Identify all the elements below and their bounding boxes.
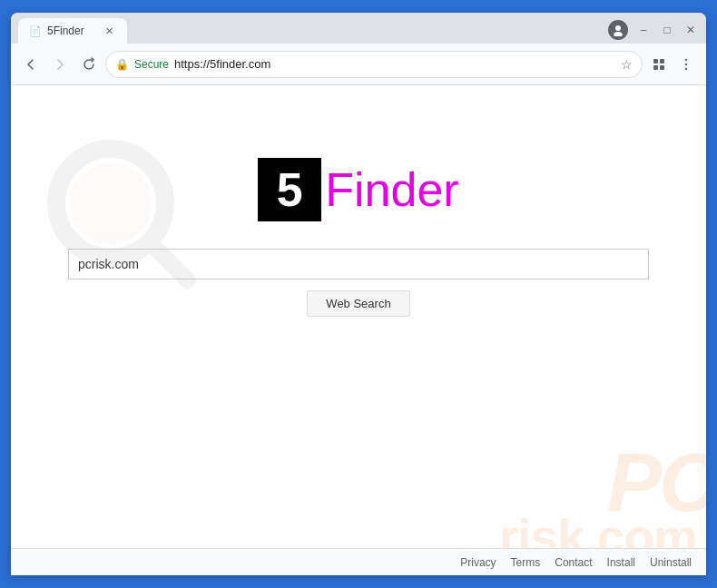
logo-number: 5: [258, 158, 321, 221]
address-bar[interactable]: 🔒 Secure https://5finder.com ☆: [105, 51, 643, 78]
nav-bar: 🔒 Secure https://5finder.com ☆: [11, 44, 706, 85]
logo-container: 5 Finder: [258, 158, 458, 221]
secure-icon: 🔒: [115, 58, 129, 71]
tab-area: 📄 5Finder ✕: [18, 18, 608, 44]
search-input[interactable]: [68, 249, 649, 279]
footer-privacy[interactable]: Privacy: [460, 556, 496, 569]
svg-point-6: [685, 58, 687, 60]
footer-terms[interactable]: Terms: [511, 556, 541, 569]
svg-rect-3: [660, 59, 664, 64]
forward-button[interactable]: [47, 52, 73, 77]
bookmark-icon[interactable]: ☆: [621, 57, 633, 72]
watermark-pc: PC: [607, 436, 706, 530]
footer-install[interactable]: Install: [607, 556, 635, 569]
tab-title: 5Finder: [47, 24, 96, 37]
svg-rect-5: [660, 65, 664, 70]
svg-point-8: [685, 67, 687, 69]
refresh-button[interactable]: [76, 52, 102, 77]
logo-text: Finder: [321, 162, 458, 217]
svg-point-1: [614, 32, 623, 36]
close-button[interactable]: ✕: [683, 22, 699, 38]
new-tab-area: [127, 18, 163, 44]
page-footer: Privacy Terms Contact Install Uninstall: [11, 548, 706, 575]
svg-point-0: [615, 25, 621, 31]
back-button[interactable]: [18, 52, 44, 77]
footer-uninstall[interactable]: Uninstall: [650, 556, 692, 569]
url-text: https://5finder.com: [174, 57, 615, 71]
window-controls: – □ ✕: [608, 20, 699, 44]
svg-point-9: [56, 149, 165, 258]
footer-contact[interactable]: Contact: [555, 556, 592, 569]
profile-icon[interactable]: [608, 20, 628, 40]
maximize-button[interactable]: □: [659, 22, 675, 38]
tab-close-button[interactable]: ✕: [102, 24, 116, 38]
browser-tab[interactable]: 📄 5Finder ✕: [18, 18, 127, 44]
search-button[interactable]: Web Search: [307, 290, 409, 317]
search-area: Web Search: [68, 249, 649, 317]
minimize-button[interactable]: –: [635, 22, 652, 38]
secure-label: Secure: [134, 58, 169, 71]
browser-window: 📄 5Finder ✕ – □ ✕: [11, 13, 706, 575]
nav-right-controls: [646, 52, 699, 77]
svg-rect-2: [653, 59, 658, 64]
extensions-button[interactable]: [646, 52, 672, 77]
menu-button[interactable]: [673, 52, 699, 77]
svg-point-7: [685, 63, 687, 64]
page-content: PC risk.com 5 Finder Web Search Privacy …: [11, 85, 706, 575]
tab-favicon: 📄: [29, 25, 42, 37]
svg-point-11: [70, 162, 152, 244]
title-bar: 📄 5Finder ✕ – □ ✕: [11, 13, 706, 44]
svg-rect-4: [653, 65, 658, 70]
